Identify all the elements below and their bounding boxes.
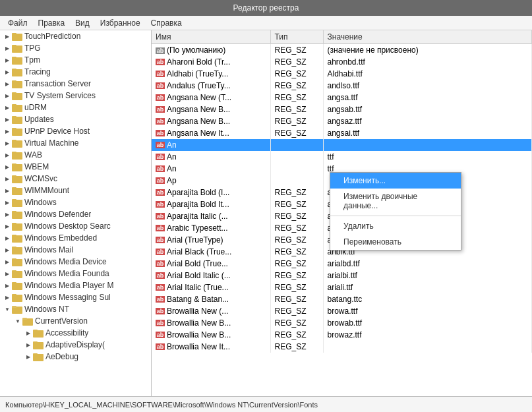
reg-value-icon: ab [156,308,165,314]
context-menu-item-edit-binary[interactable]: Изменить двоичные данные... [330,189,461,214]
tree-item-wcmsvc[interactable]: ▶ WCMSvc [0,173,151,185]
table-row[interactable]: abAngsana New (T...REG_SZangsa.ttf [152,92,532,103]
context-menu-item-delete[interactable]: Удалить [330,218,461,234]
tree-item-tpg[interactable]: ▶ TPG [0,42,151,54]
cell-name: abAharoni Bold (Tr... [152,56,270,68]
col-header-type[interactable]: Тип [270,30,323,44]
tree-panel[interactable]: ▶ TouchPrediction ▶ TPG ▶ Tpm ▶ Tracing … [0,30,152,396]
tree-item-accessibility[interactable]: ▶ Accessibility [0,327,151,339]
tree-item-label: AdaptiveDisplay( [45,340,105,349]
table-row[interactable]: abAharoni Bold (Tr...REG_SZahronbd.ttf [152,56,532,68]
status-text: Компьютер\HKEY_LOCAL_MACHINE\SOFTWARE\Mi… [5,401,318,409]
tree-item-windows[interactable]: ▶ Windows [0,196,151,208]
table-row[interactable]: abBrowallia New It...REG_SZ [152,341,532,353]
table-row[interactable]: abArial Italic (True...REG_SZariali.ttf [152,281,532,293]
tree-item-virtualmachine[interactable]: ▶ Virtual Machine [0,137,151,149]
cell-type: REG_SZ [270,305,323,317]
table-row[interactable]: abAngsana New B...REG_SZangsab.ttf [152,103,532,115]
tree-item-label: Windows Embedded [24,233,97,243]
table-row[interactable]: ab(По умолчанию)REG_SZ(значение не присв… [152,44,532,56]
tree-item-currentversion[interactable]: ▼ CurrentVersion [0,315,151,327]
tree-item-updates[interactable]: ▶ Updates [0,113,151,125]
folder-icon-open [12,305,22,314]
context-menu-item-rename[interactable]: Переименовать [330,234,461,250]
tree-item-windowsmediaplayer[interactable]: ▶ Windows Media Player M [0,280,151,291]
tree-item-wab[interactable]: ▶ WAB [0,149,151,161]
expand-arrow: ▶ [3,257,12,266]
tree-item-adaptivedisplay[interactable]: ▶ AdaptiveDisplay( [0,339,151,351]
menu-file[interactable]: Файл [3,17,33,29]
col-header-value[interactable]: Значение [323,30,532,44]
tree-item-windowsmessaging[interactable]: ▶ Windows Messaging Sul [0,291,151,303]
folder-icon [12,79,22,88]
tree-item-windowsembedded[interactable]: ▶ Windows Embedded [0,232,151,244]
menu-favorites[interactable]: Избранное [95,17,146,29]
menu-help[interactable]: Справка [146,17,187,29]
svg-rect-45 [12,294,16,296]
cell-name: abAldhabi (TrueTy... [152,68,270,80]
tree-item-udrm[interactable]: ▶ uDRM [0,102,151,113]
table-row[interactable]: abAngsana New B...REG_SZangsaz.ttf [152,115,532,127]
svg-rect-47 [12,306,16,308]
tree-item-windowsnt[interactable]: ▼ Windows NT [0,303,151,315]
tree-item-label: Windows Media Founda [24,269,109,278]
tree-item-tpm[interactable]: ▶ Tpm [0,54,151,66]
tree-item-windowsmediadevice[interactable]: ▶ Windows Media Device [0,256,151,268]
table-row[interactable]: abAnttf [152,151,532,163]
tree-item-label: TV System Services [24,91,96,100]
tree-item-tracing[interactable]: ▶ Tracing [0,66,151,78]
tree-item-wimmount[interactable]: ▶ WIMMMount [0,185,151,196]
table-row[interactable]: abAndalus (TrueTy...REG_SZandlso.ttf [152,80,532,92]
table-row[interactable]: abAldhabi (TrueTy...REG_SZAldhabi.ttf [152,68,532,80]
tree-item-touchprediction[interactable]: ▶ TouchPrediction [0,30,151,42]
tree-item-upnpdevicehost[interactable]: ▶ UPnP Device Host [0,125,151,137]
tree-item-windowsdesktopsearch[interactable]: ▶ Windows Desktop Searc [0,220,151,232]
tree-item-label: Windows Mail [24,245,73,254]
title-text: Редактор реестра [233,3,299,13]
cell-type: REG_SZ [270,222,323,234]
tree-item-windowsdefender[interactable]: ▶ Windows Defender [0,208,151,220]
cell-type: REG_SZ [270,293,323,305]
menu-edit[interactable]: Правка [33,17,71,29]
expand-arrow: ▶ [3,210,12,219]
table-row[interactable]: abArial Bold (True...REG_SZarialbd.ttf [152,258,532,270]
svg-rect-23 [12,163,16,165]
tree-item-transactionserver[interactable]: ▶ Transaction Server [0,78,151,90]
table-row[interactable]: abBrowallia New (...REG_SZbrowa.ttf [152,305,532,317]
tree-item-aedebug[interactable]: ▶ AeDebug [0,351,151,363]
col-header-name[interactable]: Имя [152,30,270,44]
menu-view[interactable]: Вид [70,17,95,29]
folder-icon [12,103,22,112]
folder-icon [12,67,22,76]
table-row[interactable]: abBrowallia New B...REG_SZbrowaz.ttf [152,329,532,341]
tree-item-windowsmail[interactable]: ▶ Windows Mail [0,244,151,256]
reg-value-icon: ab [156,320,165,326]
expand-arrow: ▶ [3,186,12,195]
expand-arrow: ▶ [3,198,12,207]
table-row[interactable]: abBatang & Batan...REG_SZbatang.ttc [152,293,532,305]
context-menu-item-edit[interactable]: Изменить... [330,173,461,189]
table-row[interactable]: abArial Bold Italic (...REG_SZarialbi.tt… [152,270,532,281]
table-row[interactable]: abAn [152,139,532,151]
cell-value: angsab.ttf [323,103,532,115]
cell-value: ariali.ttf [323,281,532,293]
cell-name: abArial Bold (True... [152,258,270,270]
table-row[interactable]: abBrowallia New B...REG_SZbrowab.ttf [152,317,532,329]
tree-item-wbem[interactable]: ▶ WBEM [0,161,151,173]
tree-item-tvsystemservices[interactable]: ▶ TV System Services [0,90,151,102]
cell-type: REG_SZ [270,92,323,103]
tree-item-label: uDRM [24,103,47,112]
svg-rect-41 [12,270,16,272]
reg-value-icon: ab [156,272,165,279]
tree-item-windowsmediafoundation[interactable]: ▶ Windows Media Founda [0,268,151,280]
cell-name: abBrowallia New B... [152,329,270,341]
tree-item-label: Transaction Server [24,79,91,88]
reg-value-icon: ab [156,225,165,231]
table-row[interactable]: abAngsana New It...REG_SZangsai.ttf [152,127,532,139]
svg-rect-33 [12,223,16,225]
cell-type: REG_SZ [270,187,323,198]
tree-item-label: Accessibility [45,328,88,338]
folder-icon [12,174,22,183]
cell-name: abArabic Typesett... [152,222,270,234]
expand-arrow: ▶ [24,352,33,361]
